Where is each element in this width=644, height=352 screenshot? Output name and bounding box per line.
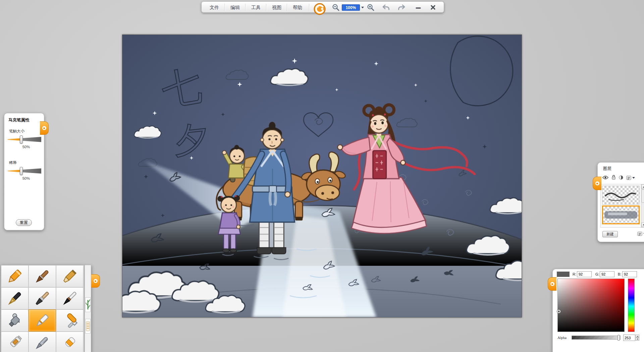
metal-pen-icon — [33, 333, 52, 352]
tool-paint-brush-button[interactable] — [29, 287, 56, 309]
color-picker-panel: R: G: B: Alpha — [552, 269, 644, 352]
tab-logo-icon — [595, 181, 599, 185]
layer-thumbnail — [603, 207, 639, 223]
menu-help[interactable]: 帮助 — [287, 3, 308, 12]
magnifier-plus-icon — [367, 3, 375, 11]
green-label: G: — [595, 272, 599, 276]
tool-ink-brush-button[interactable] — [56, 287, 84, 309]
alpha-input[interactable] — [623, 335, 635, 341]
layer-list — [600, 184, 644, 228]
reset-button[interactable]: 重置 — [16, 219, 32, 226]
brush-size-track[interactable] — [8, 137, 41, 142]
new-layer-button[interactable]: 新建 — [602, 231, 618, 237]
divider — [287, 4, 287, 11]
paint-brush-icon — [33, 289, 52, 308]
brush-size-thumb[interactable] — [20, 135, 23, 143]
layer-visibility-button[interactable] — [602, 175, 608, 181]
layers-panel-title: 图层 — [603, 166, 611, 172]
layer-thumbnail — [602, 186, 639, 204]
tool-paint-tube-button[interactable] — [1, 332, 29, 352]
marker-panel-collapse-tab[interactable] — [40, 121, 49, 135]
close-button[interactable] — [428, 3, 438, 12]
scroll-down-button[interactable] — [641, 223, 644, 227]
redo-arrow-icon — [397, 3, 406, 11]
green-input[interactable] — [600, 271, 614, 277]
dilution-thumb[interactable] — [20, 167, 23, 175]
color-panel-collapse-tab[interactable] — [548, 277, 556, 291]
layer-scrollbar[interactable] — [641, 184, 644, 227]
blue-label: B: — [618, 272, 621, 276]
layer-blend-button[interactable] — [619, 175, 623, 181]
tool-airbrush-button[interactable] — [1, 309, 29, 332]
divider — [245, 4, 246, 11]
bamboo-tool-button[interactable] — [85, 297, 91, 312]
scrollbar-thumb[interactable] — [642, 189, 644, 203]
tool-metal-pen-button[interactable] — [29, 332, 56, 352]
divider — [309, 4, 309, 11]
zoom-dropdown-icon[interactable] — [361, 7, 364, 8]
menu-view[interactable]: 视图 — [267, 3, 287, 12]
zoom-level-input[interactable] — [342, 4, 360, 11]
color-marker[interactable] — [557, 310, 560, 313]
tool-eraser-button[interactable] — [56, 332, 84, 352]
tool-crayon-button[interactable] — [1, 265, 29, 287]
main-toolbar: 文件 编辑 工具 视图 帮助 — [201, 1, 444, 13]
paint-roller-icon — [60, 311, 79, 330]
palette-collapse-tab[interactable] — [91, 274, 100, 288]
dilution-label: 稀释 — [9, 160, 17, 165]
layer-menu-button[interactable] — [626, 176, 635, 180]
brush-size-slider[interactable] — [8, 137, 41, 142]
zoom-out-button[interactable] — [331, 3, 340, 12]
layer-row-sketch[interactable] — [602, 186, 640, 204]
red-input[interactable] — [577, 271, 592, 277]
scroll-tool-button[interactable] — [85, 319, 91, 334]
arrow-up-icon — [643, 186, 644, 188]
minimize-dash-icon — [415, 4, 422, 11]
tool-fountain-pen-button[interactable] — [1, 287, 29, 309]
dilution-track[interactable] — [8, 168, 41, 174]
menu-file[interactable]: 文件 — [204, 3, 224, 12]
layers-panel-collapse-tab[interactable] — [593, 177, 601, 190]
tool-gold-marker-button[interactable] — [56, 265, 84, 287]
redo-button[interactable] — [397, 3, 406, 12]
fountain-pen-icon — [5, 289, 24, 308]
alpha-thumb[interactable] — [618, 335, 620, 341]
alpha-decrement-button[interactable] — [636, 338, 639, 341]
scroll-up-button[interactable] — [641, 184, 644, 189]
minimize-button[interactable] — [414, 3, 423, 12]
tab-logo-icon — [94, 279, 98, 283]
menu-edit[interactable]: 编辑 — [225, 3, 245, 12]
saturation-value-square[interactable] — [557, 279, 625, 332]
paint-tube-icon — [5, 333, 24, 352]
tool-wood-pen-button[interactable] — [29, 265, 56, 287]
alpha-slider[interactable] — [572, 336, 621, 340]
alpha-value-box — [623, 335, 639, 341]
layer-options-button[interactable] — [637, 232, 644, 236]
blue-input[interactable] — [622, 271, 637, 277]
list-menu-icon — [626, 176, 631, 180]
wood-pen-icon — [33, 267, 52, 286]
layers-panel: 图层 — [597, 162, 644, 242]
tool-paint-roller-button[interactable] — [56, 309, 84, 332]
brush-size-label: 笔触大小 — [9, 129, 24, 134]
magnifier-minus-icon — [332, 3, 340, 11]
current-color-swatch — [557, 272, 570, 277]
layer-lock-button[interactable] — [611, 175, 616, 181]
layer-row-paint-selected[interactable] — [602, 206, 640, 224]
menu-tools[interactable]: 工具 — [246, 3, 266, 12]
dilution-value: 50% — [22, 176, 30, 180]
undo-button[interactable] — [381, 3, 391, 12]
drawing-canvas[interactable]: 七 夕 — [122, 35, 522, 317]
crayon-icon — [5, 267, 24, 286]
gold-marker-icon — [60, 267, 79, 286]
tab-logo-icon — [550, 282, 554, 286]
arrow-down-icon — [643, 224, 644, 226]
app-logo-icon[interactable] — [312, 1, 327, 16]
half-circle-icon — [619, 175, 623, 180]
alpha-increment-button[interactable] — [636, 335, 639, 338]
tool-marker-button-selected[interactable] — [29, 309, 56, 332]
hue-strip[interactable] — [628, 279, 635, 332]
dilution-slider[interactable] — [8, 168, 41, 174]
brush-size-value: 50% — [22, 145, 30, 149]
zoom-in-button[interactable] — [366, 3, 375, 12]
